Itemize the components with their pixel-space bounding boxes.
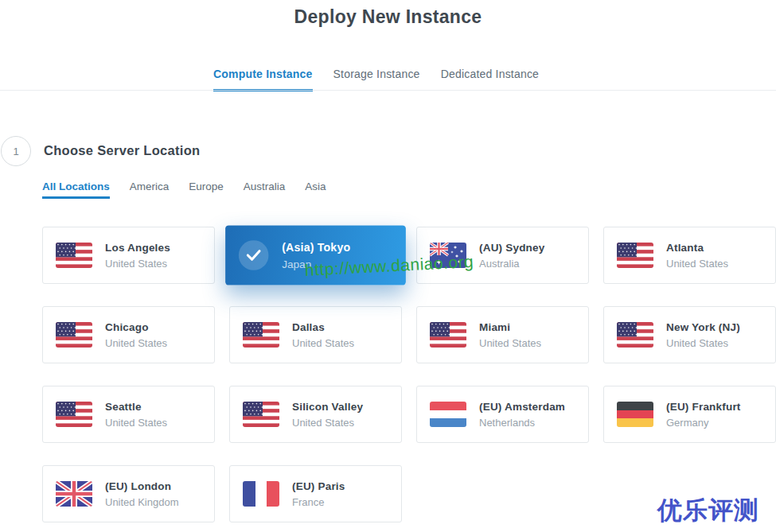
location-country: Netherlands: [479, 417, 565, 429]
location-name: (AU) Sydney: [479, 242, 544, 254]
location-name: (EU) London: [105, 480, 179, 492]
location-country: United States: [105, 337, 167, 349]
location-country: United States: [105, 258, 170, 270]
location-card[interactable]: Silicon Valley United States: [229, 386, 402, 443]
choose-location-heading: Choose Server Location: [44, 143, 200, 158]
location-card[interactable]: Atlanta United States: [603, 227, 776, 284]
filter-australia[interactable]: Australia: [244, 181, 286, 199]
flag-us-icon: [430, 322, 466, 348]
location-country: Australia: [479, 258, 544, 270]
location-name: Chicago: [105, 321, 167, 333]
location-name: Miami: [479, 321, 541, 333]
location-country: United States: [292, 337, 354, 349]
location-name: Atlanta: [666, 242, 728, 254]
location-name: Seattle: [105, 401, 167, 413]
flag-us-icon: [617, 243, 653, 268]
filter-all-locations[interactable]: All Locations: [42, 181, 110, 199]
location-name: (EU) Paris: [292, 480, 345, 492]
flag-de-icon: [617, 402, 653, 427]
flag-gb-icon: [56, 481, 92, 507]
location-country: France: [292, 496, 345, 508]
watermark-site-name: 优乐评测网: [657, 494, 776, 532]
location-name: Dallas: [292, 321, 354, 333]
location-name: Silicon Valley: [292, 401, 363, 413]
instance-type-tabs: Compute Instance Storage Instance Dedica…: [213, 68, 539, 91]
tab-compute-instance[interactable]: Compute Instance: [213, 68, 313, 91]
location-card[interactable]: Seattle United States: [42, 386, 215, 443]
flag-us-icon: [56, 402, 92, 427]
location-card[interactable]: New York (NJ) United States: [603, 306, 776, 363]
location-card[interactable]: (EU) Amsterdam Netherlands: [416, 386, 589, 443]
location-name: New York (NJ): [666, 321, 740, 333]
tab-storage-instance[interactable]: Storage Instance: [333, 68, 420, 91]
location-name: (Asia) Tokyo: [282, 241, 350, 254]
tabs-separator: [0, 90, 776, 91]
filter-asia[interactable]: Asia: [305, 181, 326, 199]
filter-europe[interactable]: Europe: [189, 181, 224, 199]
flag-us-icon: [617, 322, 653, 348]
location-filters: All Locations America Europe Australia A…: [42, 181, 326, 199]
flag-us-icon: [243, 322, 279, 348]
location-name: (EU) Amsterdam: [479, 401, 565, 413]
location-name: (EU) Frankfurt: [666, 401, 741, 413]
location-country: Germany: [666, 417, 741, 429]
location-name: Los Angeles: [105, 242, 170, 254]
flag-us-icon: [56, 322, 92, 348]
check-icon: [239, 240, 269, 270]
tab-dedicated-instance[interactable]: Dedicated Instance: [441, 68, 539, 91]
location-country: United States: [666, 337, 740, 349]
location-card[interactable]: Miami United States: [416, 306, 589, 363]
location-country: United States: [479, 337, 541, 349]
location-country: United States: [666, 258, 728, 270]
location-card[interactable]: Chicago United States: [42, 306, 215, 363]
page-title: Deploy New Instance: [0, 6, 776, 28]
location-card[interactable]: Los Angeles United States: [42, 227, 215, 284]
filter-america[interactable]: America: [130, 181, 170, 199]
location-country: United States: [105, 417, 167, 429]
flag-nl-icon: [430, 402, 466, 427]
location-card[interactable]: (EU) Paris France: [229, 465, 402, 522]
location-country: United Kingdom: [105, 496, 179, 508]
location-card[interactable]: (EU) London United Kingdom: [42, 465, 215, 522]
flag-us-icon: [243, 402, 279, 427]
location-country: United States: [292, 417, 363, 429]
flag-us-icon: [56, 243, 92, 268]
step-number-badge: 1: [1, 136, 31, 166]
location-card[interactable]: (EU) Frankfurt Germany: [603, 386, 776, 443]
flag-fr-icon: [243, 481, 279, 507]
location-card[interactable]: Dallas United States: [229, 306, 402, 363]
